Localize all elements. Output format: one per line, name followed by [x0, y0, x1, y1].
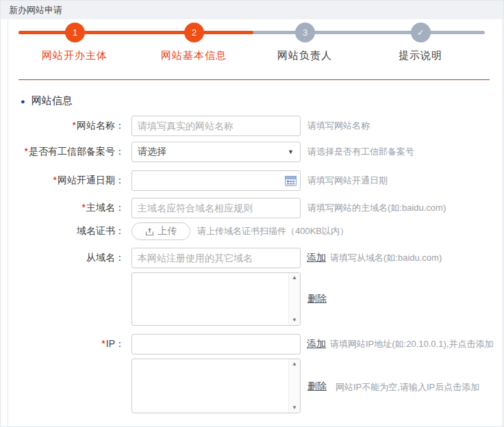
ip-hint: 请填网站IP地址(如:20.10.0.1),并点击添加	[330, 338, 493, 350]
step-4-label: 提示说明	[369, 49, 472, 62]
required-mark: *	[101, 338, 105, 349]
page-title-text: 新办网站申请	[9, 4, 62, 16]
chevron-down-icon: ▼	[288, 148, 294, 155]
step-3-label: 网站负责人	[253, 49, 356, 62]
calendar-icon[interactable]	[285, 175, 297, 186]
scroll-down-icon[interactable]: ▼	[292, 318, 297, 323]
required-mark: *	[53, 174, 57, 185]
sub-domain-input[interactable]	[131, 248, 301, 268]
step-1-label: 网站开办主体	[23, 49, 126, 62]
ip-listbox[interactable]: ▲ ▼	[131, 359, 301, 413]
ip-row: *IP： 添加 请填网站IP地址(如:20.10.0.1),并点击添加	[8, 334, 503, 354]
step-1-number: 1	[73, 27, 77, 38]
step-2-circle[interactable]: 2	[184, 23, 204, 42]
section-divider	[18, 79, 490, 80]
site-name-hint: 请填写网站名称	[307, 120, 370, 132]
ip-input[interactable]	[131, 334, 301, 354]
open-date-row: *网站开通日期： 请填写网站开通日期	[8, 170, 503, 191]
sub-domain-row: 从域名： 添加 请填写从域名(如:baidu.com)	[8, 248, 503, 268]
check-icon: ✓	[417, 27, 425, 38]
icp-row: *是否有工信部备案号： 请选择 ▼ 请选择是否有工信部备案号	[8, 142, 503, 162]
section-heading: ● 网站信息	[21, 94, 73, 107]
sub-domain-listbox[interactable]: ▲ ▼	[131, 272, 301, 326]
cert-label: 域名证书：	[8, 225, 125, 237]
main-domain-input[interactable]	[131, 198, 301, 218]
ip-delete-link[interactable]: 删除	[307, 380, 327, 393]
step-4-circle[interactable]: ✓	[411, 23, 431, 42]
open-date-input[interactable]	[131, 170, 301, 191]
main-domain-row: *主域名： 请填写网站的主域名(如:baidu.com)	[8, 198, 503, 218]
step-1-circle[interactable]: 1	[65, 23, 85, 42]
step-2-label: 网站基本信息	[142, 49, 245, 62]
upload-button[interactable]: 上传	[131, 222, 190, 240]
section-title: 网站信息	[32, 94, 73, 107]
sub-domain-scrollbar[interactable]: ▲ ▼	[288, 273, 300, 325]
icp-select[interactable]: 请选择 ▼	[131, 142, 301, 162]
upload-icon	[145, 227, 154, 236]
sub-domain-add-link[interactable]: 添加	[307, 252, 326, 264]
sub-domain-hint: 请填写从域名(如:baidu.com)	[330, 252, 442, 264]
required-mark: *	[82, 202, 86, 213]
site-name-row: *网站名称： 请填写网站名称	[8, 116, 503, 136]
open-date-hint: 请填写网站开通日期	[307, 174, 388, 187]
ip-delete-hint: 网站IP不能为空,请输入IP后点击添加	[336, 381, 479, 393]
upload-button-label: 上传	[158, 225, 177, 237]
ip-scrollbar[interactable]: ▲ ▼	[288, 359, 300, 413]
scroll-up-icon[interactable]: ▲	[292, 275, 297, 281]
ip-add-link[interactable]: 添加	[307, 338, 326, 350]
site-name-input[interactable]	[131, 116, 301, 136]
step-3-number: 3	[303, 27, 307, 38]
required-mark: *	[25, 146, 28, 157]
sub-domain-delete-link[interactable]: 删除	[307, 293, 327, 305]
open-date-label: *网站开通日期：	[8, 174, 125, 187]
page-title: 新办网站申请	[1, 1, 504, 19]
cert-row: 域名证书： 上传 请上传域名证书扫描件（400KB以内）	[8, 222, 503, 240]
step-2-number: 2	[192, 27, 197, 38]
icp-select-value: 请选择	[138, 146, 166, 158]
main-domain-hint: 请填写网站的主域名(如:baidu.com)	[307, 202, 446, 214]
icp-hint: 请选择是否有工信部备案号	[307, 146, 414, 158]
main-domain-label: *主域名：	[8, 202, 125, 214]
site-name-label: *网站名称：	[8, 120, 125, 132]
form-panel: 1 2 3 ✓ 网站开办主体 网站基本信息 网站负责人 提示说明 ● 网站信息 …	[8, 19, 503, 427]
bullet-icon: ●	[21, 97, 25, 105]
new-website-application-page: 新办网站申请 1 2 3 ✓ 网站开办主体 网站基本信息 网站负责人 提示说明 …	[0, 0, 504, 427]
step-3-circle[interactable]: 3	[295, 23, 315, 42]
cert-hint: 请上传域名证书扫描件（400KB以内）	[197, 225, 349, 237]
stepper-track-progress	[18, 31, 253, 34]
icp-label: *是否有工信部备案号：	[8, 146, 125, 158]
required-mark: *	[73, 120, 76, 131]
sub-domain-label: 从域名：	[8, 252, 125, 264]
scroll-up-icon[interactable]: ▲	[292, 361, 297, 367]
scroll-down-icon[interactable]: ▼	[292, 405, 297, 411]
ip-label: *IP：	[8, 338, 125, 350]
